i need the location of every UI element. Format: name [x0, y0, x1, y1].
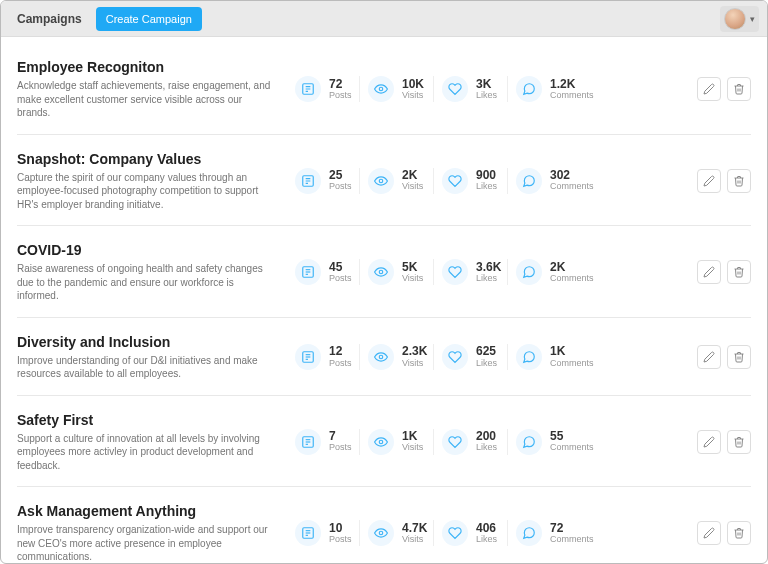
heart-icon — [442, 76, 468, 102]
campaign-info: Safety FirstSupport a culture of innovat… — [17, 412, 287, 473]
row-actions — [697, 260, 751, 284]
avatar — [724, 8, 746, 30]
stat-posts: 25Posts — [287, 168, 359, 194]
campaign-row: Safety FirstSupport a culture of innovat… — [17, 396, 751, 488]
stat-value: 45 — [329, 261, 352, 274]
delete-button[interactable] — [727, 521, 751, 545]
stat-value: 3K — [476, 78, 497, 91]
heart-icon — [442, 168, 468, 194]
svg-point-4 — [379, 88, 383, 92]
stat-label: Posts — [329, 535, 352, 545]
campaign-title: Diversity and Inclusion — [17, 334, 277, 350]
stat-label: Likes — [476, 359, 497, 369]
stat-visits: 5KVisits — [359, 259, 433, 285]
stat-value: 2.3K — [402, 345, 427, 358]
stat-posts: 72Posts — [287, 76, 359, 102]
stat-likes: 625Likes — [433, 344, 507, 370]
delete-button[interactable] — [727, 345, 751, 369]
edit-button[interactable] — [697, 169, 721, 193]
stat-label: Likes — [476, 443, 497, 453]
stat-visits: 2KVisits — [359, 168, 433, 194]
stat-value: 1K — [550, 345, 594, 358]
campaign-title: Employee Recogniton — [17, 59, 277, 75]
stat-label: Posts — [329, 274, 352, 284]
delete-button[interactable] — [727, 77, 751, 101]
trash-icon — [733, 527, 745, 539]
edit-button[interactable] — [697, 260, 721, 284]
stat-label: Visits — [402, 91, 424, 101]
eye-icon — [368, 429, 394, 455]
heart-icon — [442, 520, 468, 546]
campaign-description: Acknowledge staff achievements, raise en… — [17, 79, 277, 120]
trash-icon — [733, 436, 745, 448]
stat-posts: 45Posts — [287, 259, 359, 285]
comment-icon — [516, 259, 542, 285]
stat-label: Posts — [329, 91, 352, 101]
stat-value: 4.7K — [402, 522, 427, 535]
pencil-icon — [703, 175, 715, 187]
stat-visits: 4.7KVisits — [359, 520, 433, 546]
stat-comments: 72Comments — [507, 520, 601, 546]
row-actions — [697, 345, 751, 369]
user-menu[interactable]: ▾ — [720, 6, 759, 32]
app-frame: Campaigns Create Campaign ▾ Employee Rec… — [0, 0, 768, 564]
stat-label: Comments — [550, 443, 594, 453]
stat-comments: 55Comments — [507, 429, 601, 455]
stat-value: 406 — [476, 522, 497, 535]
stat-posts: 7Posts — [287, 429, 359, 455]
delete-button[interactable] — [727, 260, 751, 284]
comment-icon — [516, 168, 542, 194]
stat-label: Comments — [550, 91, 594, 101]
stat-value: 12 — [329, 345, 352, 358]
stat-value: 1.2K — [550, 78, 594, 91]
trash-icon — [733, 351, 745, 363]
chevron-down-icon: ▾ — [750, 14, 755, 24]
stat-label: Posts — [329, 182, 352, 192]
stat-value: 625 — [476, 345, 497, 358]
edit-button[interactable] — [697, 521, 721, 545]
stat-label: Likes — [476, 182, 497, 192]
stat-likes: 200Likes — [433, 429, 507, 455]
svg-point-14 — [379, 271, 383, 275]
campaign-stats: 45Posts5KVisits3.6KLikes2KComments — [287, 259, 689, 285]
stat-value: 10 — [329, 522, 352, 535]
stat-visits: 1KVisits — [359, 429, 433, 455]
campaign-stats: 10Posts4.7KVisits406Likes72Comments — [287, 520, 689, 546]
tab-campaigns[interactable]: Campaigns — [9, 8, 90, 30]
delete-button[interactable] — [727, 430, 751, 454]
row-actions — [697, 77, 751, 101]
stat-label: Posts — [329, 359, 352, 369]
edit-button[interactable] — [697, 430, 721, 454]
pencil-icon — [703, 527, 715, 539]
campaign-stats: 12Posts2.3KVisits625Likes1KComments — [287, 344, 689, 370]
heart-icon — [442, 429, 468, 455]
campaign-description: Improve understanding of our D&I initiat… — [17, 354, 277, 381]
edit-button[interactable] — [697, 345, 721, 369]
stat-likes: 406Likes — [433, 520, 507, 546]
eye-icon — [368, 520, 394, 546]
stat-label: Visits — [402, 359, 427, 369]
posts-icon — [295, 168, 321, 194]
stat-label: Comments — [550, 274, 594, 284]
edit-button[interactable] — [697, 77, 721, 101]
svg-point-24 — [379, 440, 383, 444]
delete-button[interactable] — [727, 169, 751, 193]
row-actions — [697, 521, 751, 545]
eye-icon — [368, 344, 394, 370]
stat-value: 2K — [550, 261, 594, 274]
stat-posts: 12Posts — [287, 344, 359, 370]
svg-point-9 — [379, 179, 383, 183]
create-campaign-button[interactable]: Create Campaign — [96, 7, 202, 31]
stat-label: Visits — [402, 274, 423, 284]
stat-label: Comments — [550, 359, 594, 369]
pencil-icon — [703, 266, 715, 278]
campaign-row: Diversity and InclusionImprove understan… — [17, 318, 751, 396]
stat-value: 5K — [402, 261, 423, 274]
trash-icon — [733, 83, 745, 95]
row-actions — [697, 430, 751, 454]
campaign-title: Ask Management Anything — [17, 503, 277, 519]
campaign-stats: 7Posts1KVisits200Likes55Comments — [287, 429, 689, 455]
stat-comments: 2KComments — [507, 259, 601, 285]
campaign-stats: 25Posts2KVisits900Likes302Comments — [287, 168, 689, 194]
campaign-info: Employee RecognitonAcknowledge staff ach… — [17, 59, 287, 120]
